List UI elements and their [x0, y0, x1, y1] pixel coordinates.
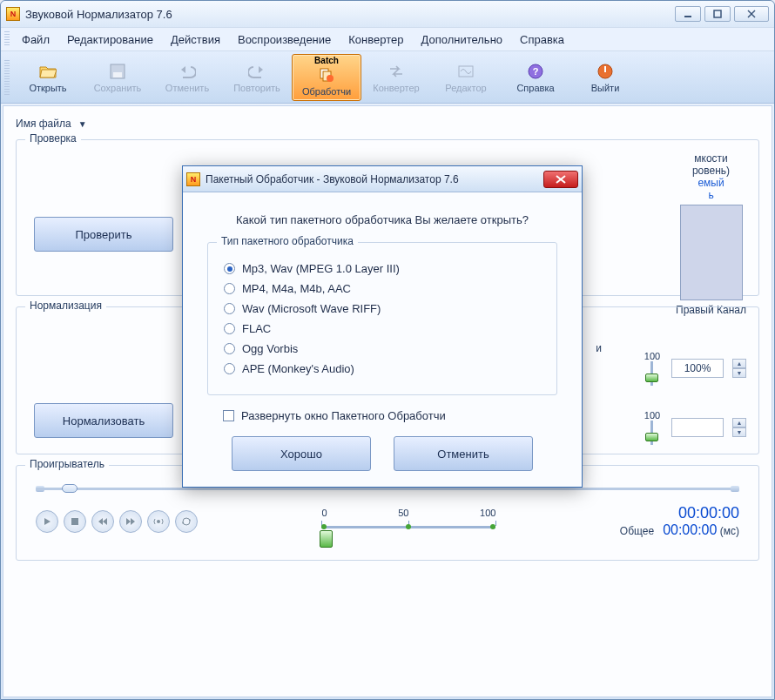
- radio-ogg[interactable]: Ogg Vorbis: [224, 342, 541, 355]
- norm-spin-1-up[interactable]: ▲: [732, 359, 746, 368]
- file-header-label: Имя файла: [16, 118, 71, 130]
- menu-extra[interactable]: Дополнительно: [412, 30, 511, 50]
- dialog-group-title: Тип пакетного обработчика: [217, 235, 358, 247]
- toolbar: Открыть Сохранить Отменить Повторить Bat…: [1, 51, 774, 104]
- check-button[interactable]: Проверить: [34, 217, 173, 252]
- menu-file[interactable]: Файл: [13, 30, 58, 50]
- svg-rect-14: [71, 518, 78, 525]
- radio-mp4[interactable]: MP4, M4a, M4b, AAC: [224, 282, 541, 295]
- norm-spin-1-down[interactable]: ▼: [732, 368, 746, 378]
- norm-mark-2: 100: [644, 410, 660, 421]
- check-link2[interactable]: ь: [708, 189, 713, 201]
- batch-dialog: N Пакетный Обработчик - Звуковой Нормали…: [182, 165, 583, 488]
- svg-rect-13: [604, 66, 606, 72]
- dialog-app-icon: N: [186, 172, 200, 186]
- player-echo-button[interactable]: [147, 510, 170, 533]
- exit-icon: [596, 62, 615, 81]
- tool-undo: Отменить: [152, 54, 222, 101]
- menu-converter[interactable]: Конвертер: [340, 30, 412, 50]
- menu-actions[interactable]: Действия: [162, 30, 229, 50]
- group-player-title: Проигрыватель: [25, 458, 109, 470]
- normalize-button[interactable]: Нормализовать: [34, 403, 173, 438]
- maximize-icon: [713, 10, 722, 18]
- repeat-icon: [181, 516, 192, 527]
- player-controls: 0 50 100 00:00:00 Общее 00:00:00: [27, 504, 748, 538]
- svg-point-8: [327, 75, 334, 82]
- play-icon: [43, 517, 51, 526]
- norm-spin-2-up[interactable]: ▲: [732, 418, 746, 427]
- dialog-ok-button[interactable]: Хорошо: [232, 436, 371, 471]
- player-repeat-button[interactable]: [175, 510, 198, 533]
- norm-frag-top: и: [596, 342, 602, 354]
- tool-help[interactable]: ? Справка: [501, 54, 570, 101]
- undo-icon: [178, 62, 197, 81]
- close-icon: [556, 175, 566, 184]
- radio-icon: [224, 343, 235, 354]
- radio-wav[interactable]: Wav (Microsoft Wave RIFF): [224, 302, 541, 315]
- norm-spin-1[interactable]: 100%: [671, 359, 724, 378]
- titlebar: N Звуковой Нормализатор 7.6: [1, 1, 774, 27]
- radio-icon: [224, 363, 235, 374]
- checkbox-icon: [223, 410, 234, 421]
- app-icon: N: [6, 7, 20, 21]
- scale-label-50: 50: [398, 508, 408, 518]
- dialog-body: Какой тип пакетного обработчика Вы желае…: [183, 192, 582, 487]
- norm-mark-1: 100: [644, 351, 660, 361]
- player-next-button[interactable]: [119, 510, 142, 533]
- group-normalize-title: Нормализация: [25, 300, 106, 312]
- dialog-buttons: Хорошо Отменить: [207, 436, 557, 471]
- window-buttons: [675, 6, 769, 22]
- player-scale: 0 50 100: [219, 508, 599, 535]
- tool-redo-label: Повторить: [233, 83, 280, 93]
- player-play-button[interactable]: [36, 510, 58, 533]
- radio-mp3[interactable]: Mp3, Wav (MPEG 1.0 Layer III): [224, 262, 541, 275]
- audio-icon: [153, 516, 164, 527]
- tool-editor-label: Редактор: [445, 83, 486, 93]
- check-text-frag1: мкости: [694, 152, 728, 165]
- redo-icon: [247, 62, 266, 81]
- tool-exit[interactable]: Выйти: [570, 54, 640, 101]
- radio-ape[interactable]: APE (Monkey's Audio): [224, 362, 541, 375]
- norm-spin-2-down[interactable]: ▼: [732, 427, 746, 437]
- player-stop-button[interactable]: [64, 510, 86, 533]
- dialog-close-button[interactable]: [543, 171, 578, 188]
- open-icon: [38, 62, 57, 81]
- minimize-button[interactable]: [675, 6, 701, 22]
- next-icon: [125, 517, 136, 526]
- check-link1[interactable]: емый: [698, 177, 724, 189]
- tool-converter-label: Конвертер: [373, 83, 419, 93]
- tool-redo: Повторить: [222, 54, 292, 101]
- converter-icon: [387, 62, 406, 81]
- dialog-cancel-button[interactable]: Отменить: [394, 436, 533, 471]
- scale-label-100: 100: [480, 508, 495, 518]
- dialog-expand-checkbox[interactable]: Развернуть окно Пакетного Обработчи: [223, 409, 557, 422]
- menubar-grip: [4, 31, 10, 47]
- norm-slider-2[interactable]: [642, 421, 663, 445]
- close-button[interactable]: [734, 6, 769, 22]
- dialog-checkbox-label: Развернуть окно Пакетного Обработчи: [241, 409, 446, 422]
- norm-spin-2-buttons: ▲ ▼: [732, 418, 746, 437]
- player-time-total: 00:00:00: [663, 522, 717, 537]
- tool-save: Сохранить: [83, 54, 152, 101]
- tool-batch-top: Batch: [314, 56, 339, 65]
- norm-spin-2[interactable]: [671, 418, 724, 437]
- menu-edit[interactable]: Редактирование: [58, 30, 162, 50]
- tool-open[interactable]: Открыть: [13, 54, 83, 101]
- player-time: 00:00:00 Общее 00:00:00 (мс): [620, 504, 739, 538]
- norm-slider-1[interactable]: [642, 361, 663, 386]
- radio-mp4-label: MP4, M4a, M4b, AAC: [242, 282, 351, 295]
- player-scale-slider[interactable]: [321, 518, 495, 535]
- menu-help[interactable]: Справка: [511, 30, 573, 50]
- menu-playback[interactable]: Воспроизведение: [229, 30, 340, 50]
- group-check-title: Проверка: [25, 132, 81, 145]
- radio-icon: [224, 303, 235, 314]
- svg-rect-1: [714, 10, 721, 17]
- file-header-dropdown[interactable]: ▼: [78, 119, 87, 129]
- radio-wav-label: Wav (Microsoft Wave RIFF): [242, 302, 381, 315]
- tool-batch[interactable]: Batch Обработчи: [292, 54, 361, 101]
- radio-flac[interactable]: FLAC: [224, 322, 541, 335]
- file-header: Имя файла ▼: [16, 113, 759, 134]
- player-time-current: 00:00:00: [620, 504, 739, 522]
- player-prev-button[interactable]: [91, 510, 114, 533]
- maximize-button[interactable]: [704, 6, 731, 22]
